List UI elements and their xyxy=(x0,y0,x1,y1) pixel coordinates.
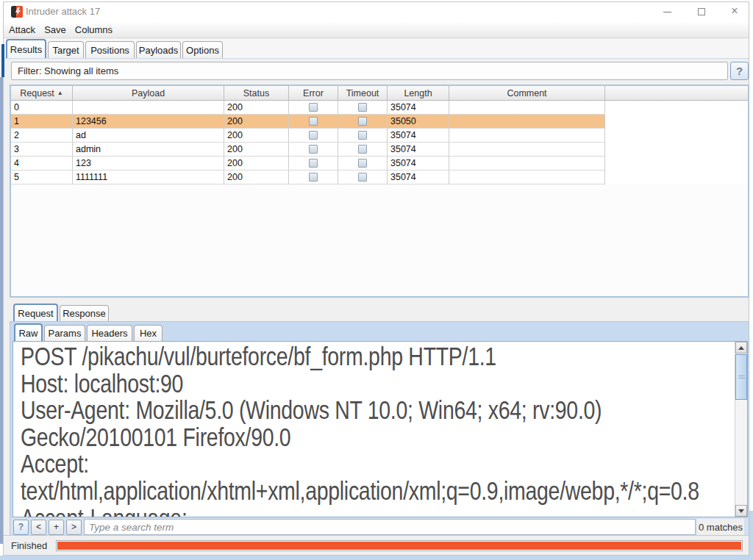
error-checkbox[interactable] xyxy=(309,103,318,112)
request-cell: 2 xyxy=(11,129,73,143)
table-row[interactable]: 3admin20035074 xyxy=(11,143,748,157)
menu-item-save[interactable]: Save xyxy=(44,24,73,35)
column-header-timeout[interactable]: Timeout xyxy=(338,86,388,101)
request-cell: 4 xyxy=(11,157,73,170)
comment-cell xyxy=(449,129,605,143)
search-input[interactable] xyxy=(84,519,696,535)
search-help-button[interactable]: ? xyxy=(13,520,29,535)
request-line: Accept-Language: xyxy=(19,502,732,517)
error-checkbox[interactable] xyxy=(309,145,318,154)
status-cell: 200 xyxy=(224,101,289,115)
scroll-up-button[interactable] xyxy=(735,342,747,353)
search-add-button[interactable]: + xyxy=(49,520,64,535)
timeout-checkbox[interactable] xyxy=(358,159,367,168)
arrow-down-icon xyxy=(738,509,744,513)
maximize-button[interactable] xyxy=(698,8,705,15)
column-header-filler xyxy=(605,86,748,101)
column-header-length[interactable]: Length xyxy=(388,86,449,101)
search-prev-button[interactable]: < xyxy=(31,520,46,535)
thumb-grip xyxy=(738,376,745,376)
table-row[interactable]: 2ad20035074 xyxy=(11,129,748,143)
timeout-checkbox[interactable] xyxy=(358,117,367,126)
editor-tabs: RawParamsHeadersHex xyxy=(10,322,749,341)
timeout-cell xyxy=(338,101,388,115)
table-row[interactable]: 112345620035050 xyxy=(11,115,748,129)
error-cell xyxy=(289,143,338,157)
request-cell: 1 xyxy=(11,115,73,129)
column-header-comment[interactable]: Comment xyxy=(449,86,605,101)
error-cell xyxy=(289,129,338,143)
status-cell: 200 xyxy=(224,170,289,184)
table-row[interactable]: 020035074 xyxy=(11,101,748,115)
filter-bar[interactable]: Filter: Showing all items xyxy=(11,62,728,80)
menu-item-attack[interactable]: Attack xyxy=(9,24,42,35)
request-raw-view[interactable]: POST /pikachu/vul/burteforce/bf_form.php… xyxy=(13,341,748,517)
length-cell: 35074 xyxy=(388,101,449,115)
search-next-button[interactable]: > xyxy=(66,520,82,535)
request-cell: 0 xyxy=(11,101,73,115)
error-cell xyxy=(289,115,338,129)
error-checkbox[interactable] xyxy=(309,159,318,168)
timeout-checkbox[interactable] xyxy=(358,173,367,182)
tab-options[interactable]: Options xyxy=(182,41,223,58)
column-header-payload[interactable]: Payload xyxy=(73,86,224,101)
scrollbar-thumb[interactable] xyxy=(735,354,747,400)
payload-cell: 1111111 xyxy=(73,170,224,184)
minimize-button[interactable] xyxy=(663,12,671,12)
window-title: Intruder attack 17 xyxy=(26,6,100,17)
tab-positions[interactable]: Positions xyxy=(85,41,135,58)
column-header-error[interactable]: Error xyxy=(289,86,338,101)
error-cell xyxy=(289,170,338,184)
main-tabs: ResultsTargetPositionsPayloadsOptions xyxy=(4,39,749,59)
tab-payloads[interactable]: Payloads xyxy=(136,41,181,58)
tab-results[interactable]: Results xyxy=(6,39,46,58)
table-row[interactable]: 5111111120035074 xyxy=(11,170,748,184)
length-cell: 35074 xyxy=(388,170,449,184)
thumb-grip xyxy=(738,378,745,378)
help-button[interactable]: ? xyxy=(730,62,749,80)
timeout-checkbox[interactable] xyxy=(358,103,367,112)
payload-cell: admin xyxy=(73,143,224,157)
column-header-request[interactable]: Request▲ xyxy=(11,86,73,101)
timeout-cell xyxy=(338,157,388,170)
timeout-checkbox[interactable] xyxy=(358,131,367,140)
progress-fill xyxy=(57,542,741,550)
timeout-cell xyxy=(338,143,388,157)
tab-target[interactable]: Target xyxy=(48,41,84,58)
results-table: Request▲PayloadStatusErrorTimeoutLengthC… xyxy=(10,85,749,298)
editor-tab-raw[interactable]: Raw xyxy=(14,323,43,341)
error-checkbox[interactable] xyxy=(309,131,318,140)
comment-cell xyxy=(449,170,605,184)
vertical-scrollbar[interactable] xyxy=(735,342,747,517)
column-header-status[interactable]: Status xyxy=(224,86,289,101)
msg-tab-response[interactable]: Response xyxy=(60,305,109,321)
length-cell: 35074 xyxy=(388,129,449,143)
scroll-down-button[interactable] xyxy=(735,505,747,517)
burp-icon xyxy=(11,6,23,18)
editor-tab-hex[interactable]: Hex xyxy=(134,325,163,341)
timeout-cell xyxy=(338,115,388,129)
error-cell xyxy=(289,157,338,170)
timeout-checkbox[interactable] xyxy=(358,145,367,154)
table-row[interactable]: 412320035074 xyxy=(11,157,748,170)
intruder-window: Intruder attack 17 × AttackSaveColumns R… xyxy=(3,1,749,556)
msg-tab-request[interactable]: Request xyxy=(13,304,58,321)
editor-tab-params[interactable]: Params xyxy=(44,325,85,341)
request-cell: 5 xyxy=(11,170,73,184)
close-button[interactable]: × xyxy=(727,4,742,18)
menu-item-columns[interactable]: Columns xyxy=(75,24,119,35)
error-checkbox[interactable] xyxy=(309,173,318,182)
length-cell: 35050 xyxy=(388,115,449,129)
status-cell: 200 xyxy=(224,143,289,157)
request-cell: 3 xyxy=(11,143,73,157)
editor-tab-headers[interactable]: Headers xyxy=(87,325,132,341)
status-label: Finished xyxy=(11,540,47,551)
error-cell xyxy=(289,101,338,115)
comment-cell xyxy=(449,157,605,170)
timeout-cell xyxy=(338,129,388,143)
table-header-row: Request▲PayloadStatusErrorTimeoutLengthC… xyxy=(11,86,748,101)
match-count: 0 matches xyxy=(697,519,744,535)
comment-cell xyxy=(449,143,605,157)
status-bar: Finished xyxy=(4,535,749,555)
error-checkbox[interactable] xyxy=(309,117,318,126)
